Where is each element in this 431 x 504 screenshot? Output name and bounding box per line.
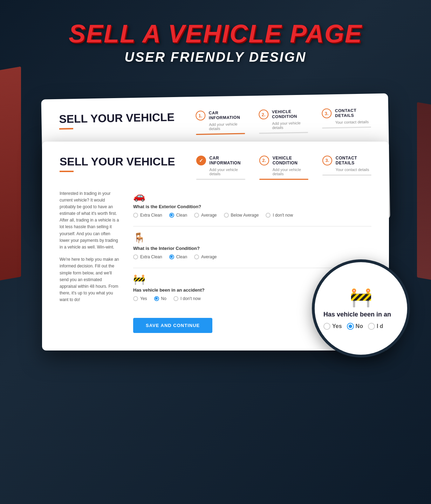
steps-row-front: CAR INFORMATION Add your vehicle details… bbox=[196, 156, 371, 180]
step-sub-1-front: Add your vehicle details bbox=[196, 168, 245, 176]
step-2-back: 2. VEHICLE CONDITION Add your vehicle de… bbox=[259, 109, 308, 134]
step-title-1: CAR INFORMATION bbox=[209, 110, 245, 121]
interior-clean[interactable]: Clean bbox=[169, 254, 187, 259]
step-line-1-front bbox=[196, 179, 245, 180]
exterior-radio-group: Extra Clean Clean Average Below Ave bbox=[133, 213, 371, 218]
accident-no[interactable]: No bbox=[154, 296, 166, 301]
radio-interior-clean[interactable] bbox=[169, 254, 174, 259]
exterior-dont-know[interactable]: I don't now bbox=[266, 213, 293, 218]
exterior-clean[interactable]: Clean bbox=[169, 213, 187, 218]
step-sub-3: Your contact details bbox=[322, 120, 371, 124]
radio-exterior-extra-clean[interactable] bbox=[133, 213, 138, 218]
step-line-2 bbox=[259, 132, 308, 134]
magnify-cone-icon: 🚧 bbox=[350, 287, 372, 308]
step-line-3 bbox=[322, 127, 371, 128]
magnify-radio-no[interactable] bbox=[347, 323, 354, 330]
exterior-condition-section: 🚗 What is the Exterior Condition? Extra … bbox=[133, 190, 371, 218]
radio-exterior-average[interactable] bbox=[194, 213, 199, 218]
step-number-1: 1. bbox=[196, 110, 205, 120]
description-front-2: We're here to help you make an informed … bbox=[60, 256, 119, 303]
title-underline bbox=[59, 128, 73, 130]
radio-exterior-below-average[interactable] bbox=[224, 213, 229, 218]
step-number-1-front bbox=[196, 156, 206, 165]
exterior-below-average[interactable]: Below Average bbox=[224, 213, 259, 218]
step-line-3-front bbox=[322, 175, 371, 176]
step-1-front: CAR INFORMATION Add your vehicle details bbox=[196, 156, 245, 180]
step-3-front: 3. CONTACT DETAILS Your contact details bbox=[322, 156, 371, 180]
radio-accident-dont-know[interactable] bbox=[173, 296, 178, 301]
description-front-1: Interested in trading in your current ve… bbox=[60, 190, 119, 251]
radio-accident-yes[interactable] bbox=[133, 296, 138, 301]
save-continue-button[interactable]: SAVE AND CONTINUE bbox=[133, 318, 212, 333]
step-title-3-front: CONTACT DETAILS bbox=[336, 156, 371, 165]
card-back-header: SELL YOUR VEHICLE 1. CAR INFORMATION Add… bbox=[59, 108, 371, 137]
magnify-circle: 🚧 Has vehicle been in an Yes No I d bbox=[312, 259, 410, 357]
step-number-2: 2. bbox=[259, 109, 268, 119]
step-line-2-front bbox=[259, 179, 308, 180]
step-sub-1: Add your vehicle details bbox=[196, 122, 245, 131]
title-underline-front bbox=[60, 171, 74, 172]
interior-extra-clean[interactable]: Extra Clean bbox=[133, 254, 162, 259]
divider-1 bbox=[133, 226, 371, 226]
magnify-radios: Yes No I d bbox=[323, 323, 383, 330]
steps-row-back: 1. CAR INFORMATION Add your vehicle deta… bbox=[196, 108, 371, 135]
magnify-radio-yes[interactable] bbox=[323, 323, 330, 330]
interior-condition-section: 🪑 What is the Interior Condition? Extra … bbox=[133, 232, 371, 259]
card-front-header: SELL YOUR VEHICLE CAR INFORMATION Add yo… bbox=[60, 156, 371, 180]
step-1-back: 1. CAR INFORMATION Add your vehicle deta… bbox=[196, 110, 245, 135]
left-text-front: Interested in trading in your current ve… bbox=[60, 190, 119, 333]
magnify-radio-idk[interactable] bbox=[368, 323, 375, 330]
interior-question: What is the Interior Condition? bbox=[133, 246, 371, 251]
sell-title-front: SELL YOUR VEHICLE bbox=[60, 156, 175, 172]
interior-icon: 🪑 bbox=[133, 232, 371, 244]
car-icon: 🚗 bbox=[133, 190, 371, 202]
interior-average[interactable]: Average bbox=[194, 254, 217, 259]
magnify-idk: I d bbox=[368, 323, 383, 330]
sell-title-back: SELL YOUR VEHICLE bbox=[59, 111, 175, 130]
hero-title: SELL A VEHICLE PAGE bbox=[69, 21, 362, 46]
magnify-no: No bbox=[347, 323, 363, 330]
hero-subtitle: USER FRIENDLY DESIGN bbox=[125, 50, 307, 65]
exterior-question: What is the Exterior Condition? bbox=[133, 204, 371, 209]
step-2-front: 2. VEHICLE CONDITION Add your vehicle de… bbox=[259, 156, 308, 180]
radio-interior-average[interactable] bbox=[194, 254, 199, 259]
step-sub-2: Add your vehicle details bbox=[259, 121, 308, 130]
radio-interior-extra-clean[interactable] bbox=[133, 254, 138, 259]
accident-yes[interactable]: Yes bbox=[133, 296, 147, 301]
radio-accident-no[interactable] bbox=[154, 296, 159, 301]
step-title-2: VEHICLE CONDITION bbox=[272, 109, 308, 119]
magnify-question: Has vehicle been in an bbox=[323, 311, 391, 319]
step-3-back: 3. CONTACT DETAILS Your contact details bbox=[322, 108, 371, 132]
step-sub-2-front: Add your vehicle details bbox=[259, 168, 308, 176]
exterior-average[interactable]: Average bbox=[194, 213, 217, 218]
step-number-3-front: 3. bbox=[322, 156, 332, 165]
cards-container: SELL YOUR VEHICLE 1. CAR INFORMATION Add… bbox=[23, 86, 408, 350]
step-title-3: CONTACT DETAILS bbox=[335, 108, 371, 118]
exterior-extra-clean[interactable]: Extra Clean bbox=[133, 213, 162, 218]
step-title-2-front: VEHICLE CONDITION bbox=[273, 156, 308, 165]
card-front: SELL YOUR VEHICLE CAR INFORMATION Add yo… bbox=[42, 142, 389, 350]
step-number-3: 3. bbox=[322, 108, 331, 118]
radio-exterior-dont-know[interactable] bbox=[266, 213, 271, 218]
step-number-2-front: 2. bbox=[259, 156, 269, 165]
magnify-yes: Yes bbox=[323, 323, 342, 330]
step-title-1-front: CAR INFORMATION bbox=[210, 156, 245, 165]
radio-exterior-clean[interactable] bbox=[169, 213, 174, 218]
interior-radio-group: Extra Clean Clean Average bbox=[133, 254, 371, 259]
step-sub-3-front: Your contact details bbox=[322, 168, 371, 172]
accident-dont-know[interactable]: I don't now bbox=[173, 296, 201, 301]
step-line-1 bbox=[196, 133, 245, 135]
